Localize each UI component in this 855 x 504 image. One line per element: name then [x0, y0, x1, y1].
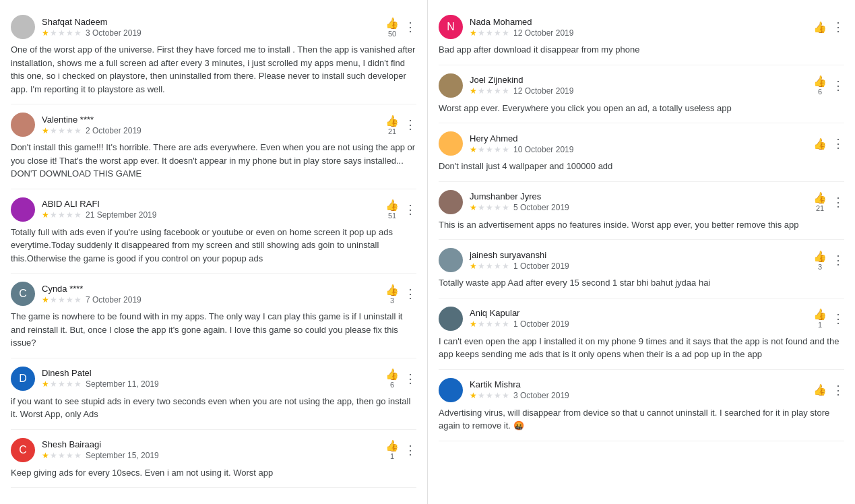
star-icon: ★	[478, 28, 485, 38]
more-options-icon[interactable]: ⋮	[832, 383, 844, 398]
review-header: Joel Zijnekind ★★★★★ 12 October 2019 👍 6…	[439, 73, 844, 98]
star-icon: ★	[502, 28, 509, 38]
review-text: if you want to see stupid ads in every t…	[11, 395, 416, 421]
review-card: Shafqat Nadeem ★★★★★ 3 October 2019 👍 50…	[11, 7, 416, 104]
more-options-icon[interactable]: ⋮	[404, 443, 416, 458]
star-icon: ★	[486, 261, 493, 271]
avatar	[439, 73, 463, 98]
thumbs-up-icon[interactable]: 👍	[813, 137, 827, 150]
review-date: September 11, 2019	[86, 379, 159, 389]
review-text: Bad app after download it disappear from…	[439, 43, 844, 57]
star-icon: ★	[50, 451, 57, 460]
more-options-icon[interactable]: ⋮	[404, 20, 416, 34]
star-icon: ★	[66, 126, 73, 135]
reviewer-info-section: Valentine **** ★★★★★ 2 October 2019	[11, 113, 141, 137]
review-card: D Dinesh Patel ★★★★★ September 11, 2019 …	[11, 358, 416, 430]
thumbs-up-icon[interactable]: 👍	[813, 191, 827, 204]
star-icon: ★	[486, 319, 493, 329]
reviewer-info: Jumshanber Jyres ★★★★★ 5 October 2019	[470, 191, 569, 212]
like-section: 👍 3	[813, 250, 827, 271]
more-options-icon[interactable]: ⋮	[832, 136, 844, 151]
more-options-icon[interactable]: ⋮	[404, 117, 416, 132]
thumbs-up-icon[interactable]: 👍	[813, 250, 827, 263]
review-card: jainesh suryavanshi ★★★★★ 1 October 2019…	[439, 240, 844, 298]
review-header: ABID ALI RAFI ★★★★★ 21 September 2019 👍 …	[11, 197, 416, 222]
reviewer-name: Nada Mohamed	[470, 17, 573, 27]
review-text: Don't install this game!!! It's horrible…	[11, 141, 416, 181]
reviewer-info-section: C Shesh Bairaagi ★★★★★ September 15, 201…	[11, 438, 159, 462]
star-icon: ★	[74, 451, 82, 460]
star-icon: ★	[66, 451, 73, 460]
thumbs-up-icon[interactable]: 👍	[813, 383, 827, 396]
stars-date-row: ★★★★★ September 15, 2019	[42, 451, 159, 460]
more-options-icon[interactable]: ⋮	[832, 78, 844, 93]
like-section: 👍 51	[385, 199, 399, 220]
reviewer-name: Shesh Bairaagi	[42, 439, 159, 449]
more-options-icon[interactable]: ⋮	[404, 286, 416, 301]
star-icon: ★	[486, 391, 493, 400]
star-icon: ★	[478, 145, 485, 154]
avatar	[439, 190, 463, 214]
star-icon: ★	[42, 379, 49, 389]
stars-date-row: ★★★★★ 12 October 2019	[470, 86, 573, 96]
review-text: Totally waste app Aad after every 15 sec…	[439, 276, 844, 290]
avatar-letter: C	[19, 444, 27, 456]
star-rating: ★★★★★	[42, 210, 82, 220]
thumbs-up-icon[interactable]: 👍	[385, 115, 399, 127]
thumbs-up-icon[interactable]: 👍	[385, 17, 399, 30]
avatar-letter: N	[447, 21, 455, 33]
thumbs-up-icon[interactable]: 👍	[813, 21, 827, 34]
star-icon: ★	[50, 126, 57, 135]
stars-date-row: ★★★★★ 1 October 2019	[470, 261, 569, 271]
like-count: 3	[818, 263, 822, 271]
star-icon: ★	[42, 295, 49, 305]
reviewer-name: Hery Ahmed	[470, 133, 573, 144]
thumbs-up-icon[interactable]: 👍	[813, 75, 827, 88]
more-options-icon[interactable]: ⋮	[404, 202, 416, 217]
star-icon: ★	[66, 295, 73, 305]
thumbs-up-icon[interactable]: 👍	[385, 284, 399, 296]
star-icon: ★	[470, 391, 477, 400]
star-icon: ★	[66, 28, 73, 38]
star-icon: ★	[494, 145, 501, 154]
star-icon: ★	[58, 28, 65, 38]
stars-date-row: ★★★★★ 3 October 2019	[42, 28, 141, 38]
review-actions: 👍 6 ⋮	[385, 368, 416, 389]
review-card: Valentine **** ★★★★★ 2 October 2019 👍 21…	[11, 104, 416, 189]
review-date: 3 October 2019	[86, 28, 141, 38]
star-icon: ★	[74, 210, 82, 220]
reviewer-info: ABID ALI RAFI ★★★★★ 21 September 2019	[42, 199, 156, 220]
star-icon: ★	[74, 126, 82, 135]
star-icon: ★	[50, 379, 57, 389]
reviewer-info: Kartik Mishra ★★★★★ 3 October 2019	[470, 379, 569, 400]
review-actions: 👍 1 ⋮	[813, 308, 844, 329]
thumbs-up-icon[interactable]: 👍	[385, 439, 399, 452]
thumbs-up-icon[interactable]: 👍	[385, 199, 399, 212]
more-options-icon[interactable]: ⋮	[832, 253, 844, 267]
star-icon: ★	[74, 379, 82, 389]
more-options-icon[interactable]: ⋮	[832, 195, 844, 210]
more-options-icon[interactable]: ⋮	[404, 371, 416, 386]
thumbs-up-icon[interactable]: 👍	[385, 368, 399, 381]
thumbs-up-icon[interactable]: 👍	[813, 308, 827, 321]
star-icon: ★	[50, 210, 57, 220]
star-rating: ★★★★★	[470, 319, 509, 329]
reviewer-info-section: D Dinesh Patel ★★★★★ September 11, 2019	[11, 367, 159, 391]
avatar	[439, 307, 463, 331]
review-actions: 👍 3 ⋮	[385, 284, 416, 305]
star-icon: ★	[58, 451, 65, 460]
stars-date-row: ★★★★★ 1 October 2019	[470, 319, 569, 329]
more-options-icon[interactable]: ⋮	[832, 311, 844, 326]
reviewer-name: Jumshanber Jyres	[470, 191, 569, 201]
review-header: C Shesh Bairaagi ★★★★★ September 15, 201…	[11, 438, 416, 462]
review-header: Valentine **** ★★★★★ 2 October 2019 👍 21…	[11, 113, 416, 137]
like-section: 👍 21	[385, 115, 399, 135]
stars-date-row: ★★★★★ 12 October 2019	[470, 28, 573, 38]
review-date: 1 October 2019	[513, 319, 569, 329]
review-text: Don't install just 4 wallpaper and 10000…	[439, 160, 844, 173]
star-rating: ★★★★★	[42, 295, 82, 305]
review-text: One of the worst app of the universe. Fi…	[11, 43, 416, 96]
star-rating: ★★★★★	[42, 379, 82, 389]
more-options-icon[interactable]: ⋮	[832, 20, 844, 34]
avatar	[439, 378, 463, 402]
